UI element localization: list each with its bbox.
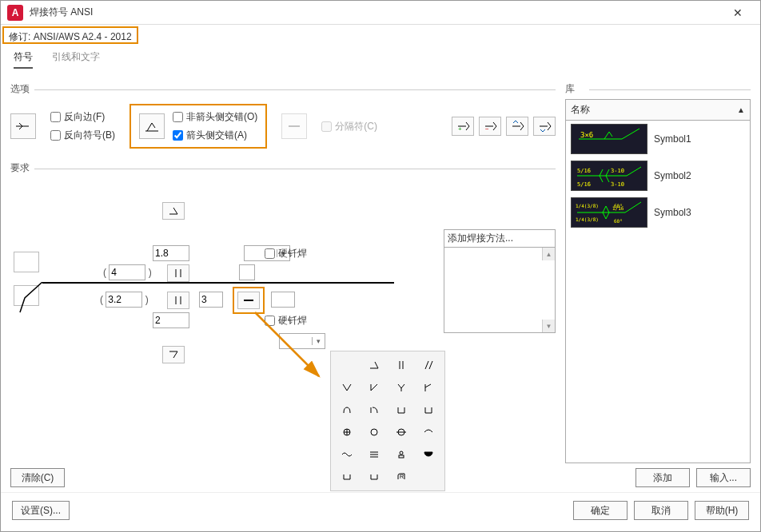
- sym-square[interactable]: [390, 401, 412, 419]
- close-icon[interactable]: ✕: [722, 1, 754, 25]
- window-title: 焊接符号 ANSI: [30, 6, 722, 19]
- sym-flare-v[interactable]: [336, 401, 358, 419]
- svg-line-26: [622, 129, 639, 139]
- leader-line: [18, 282, 42, 314]
- svg-rect-22: [399, 455, 404, 458]
- identification-icon[interactable]: [10, 113, 36, 139]
- svg-point-15: [371, 429, 377, 435]
- library-col-name: 名称: [571, 103, 590, 117]
- bottom-symbol-button[interactable]: [162, 346, 185, 363]
- svg-text:R: R: [400, 474, 404, 479]
- sym-double-slash[interactable]: [417, 356, 440, 374]
- clear-button[interactable]: 清除(C): [10, 468, 65, 487]
- svg-text:3-10: 3-10: [611, 181, 624, 188]
- library-item[interactable]: 3×6 Symbol1: [566, 121, 750, 157]
- svg-point-21: [400, 451, 403, 455]
- sym-square2[interactable]: [417, 401, 440, 419]
- value-bottom-input[interactable]: [153, 312, 189, 328]
- sym-v[interactable]: [336, 379, 358, 396]
- help-button[interactable]: 帮助(H): [695, 501, 749, 520]
- chk-braze-top[interactable]: 硬钎焊: [265, 247, 307, 260]
- library-header[interactable]: 名称 ▲: [565, 99, 751, 121]
- sym-flare-bevel[interactable]: [363, 401, 385, 419]
- revision-label: 修订: ANSI/AWS A2.4 - 2012: [2, 26, 138, 44]
- sym-parallel[interactable]: [390, 356, 412, 374]
- sym-back[interactable]: [390, 446, 412, 463]
- svg-text:5/16: 5/16: [577, 181, 591, 188]
- sym-seam[interactable]: [390, 423, 412, 441]
- tail-remove-button[interactable]: −: [479, 117, 501, 136]
- chk-stagger-arrow-box[interactable]: [173, 130, 183, 141]
- sym-edge-flange[interactable]: [336, 446, 358, 463]
- spacer-icon[interactable]: [281, 113, 307, 139]
- value-right-input[interactable]: [271, 292, 295, 308]
- ok-button[interactable]: 确定: [573, 501, 628, 520]
- chk-flip-symbol[interactable]: 反向符号(B): [50, 129, 115, 142]
- chk-braze-bottom-box[interactable]: [265, 316, 275, 326]
- tab-symbol[interactable]: 符号: [14, 50, 33, 69]
- library-item[interactable]: 5/165/163-103-10 Symbol2: [566, 157, 750, 194]
- chk-braze-bottom[interactable]: 硬钎焊: [265, 314, 307, 328]
- stagger-icon[interactable]: [139, 113, 165, 139]
- stagger-group-highlight: 非箭头侧交错(O) 箭头侧交错(A): [129, 104, 267, 149]
- sym-r-groove[interactable]: R: [390, 468, 412, 486]
- library-add-button[interactable]: 添加: [635, 468, 690, 487]
- combo-bottom[interactable]: ▾: [279, 333, 325, 349]
- titlebar: A 焊接符号 ANSI ✕: [1, 1, 760, 25]
- contour-button-highlighted[interactable]: [237, 292, 260, 309]
- sym-plug[interactable]: [336, 423, 358, 441]
- library-import-button[interactable]: 输入...: [696, 468, 751, 487]
- sym-stud[interactable]: [363, 446, 385, 463]
- top-symbol-button[interactable]: [162, 202, 185, 220]
- library-item[interactable]: 1/4(3/8)1/4(3/8)60°1/1660° Symbol3: [566, 194, 750, 231]
- sym-none[interactable]: [336, 356, 358, 374]
- chk-flip-side-box[interactable]: [50, 112, 61, 122]
- svg-line-11: [429, 361, 432, 369]
- chk-stagger-other-box[interactable]: [173, 112, 183, 122]
- library-thumb-3: 1/4(3/8)1/4(3/8)60°1/1660°: [571, 197, 647, 228]
- value-left2-input[interactable]: [106, 292, 142, 308]
- chk-flip-symbol-label: 反向符号(B): [64, 129, 115, 142]
- sym-half-y[interactable]: [417, 379, 440, 396]
- tab-leader-text[interactable]: 引线和文字: [52, 50, 100, 69]
- svg-text:3×6: 3×6: [580, 131, 593, 139]
- chk-spacer-label: 分隔符(C): [335, 120, 377, 133]
- scroll-down-icon[interactable]: ▼: [542, 320, 555, 332]
- chk-braze-top-label: 硬钎焊: [278, 247, 307, 260]
- sym-y[interactable]: [390, 379, 412, 396]
- cancel-button[interactable]: 取消: [634, 501, 688, 520]
- empty-slot-above[interactable]: [239, 264, 255, 280]
- settings-button[interactable]: 设置(S)...: [12, 501, 70, 520]
- value-top-input[interactable]: [153, 245, 189, 261]
- scroll-up-icon[interactable]: ▲: [542, 248, 555, 260]
- value-mid-input[interactable]: [199, 292, 223, 308]
- left-box-top[interactable]: [14, 252, 39, 272]
- sym-sq-groove2[interactable]: [363, 468, 385, 486]
- chk-flip-side[interactable]: 反向边(F): [50, 110, 115, 124]
- library-list[interactable]: 3×6 Symbol1 5/165/163-103-10 Symbol2 1/4…: [565, 121, 751, 463]
- value-left1-input[interactable]: [109, 264, 145, 280]
- process-listbox[interactable]: ▲ ▼: [444, 247, 556, 333]
- chk-stagger-arrow[interactable]: 箭头侧交错(A): [173, 129, 257, 142]
- stagger-btn-below[interactable]: [167, 292, 189, 309]
- sym-sq-groove[interactable]: [336, 468, 358, 486]
- chk-spacer-box: [321, 121, 332, 132]
- sym-spot[interactable]: [363, 423, 385, 441]
- stagger-btn-above[interactable]: [167, 264, 189, 282]
- add-process-button[interactable]: 添加焊接方法...: [444, 229, 556, 247]
- tail-up-button[interactable]: [506, 117, 528, 136]
- sym-blank-last[interactable]: [417, 468, 440, 486]
- sym-melt-through[interactable]: [417, 446, 440, 463]
- tail-add-button[interactable]: +: [452, 117, 474, 136]
- tail-down-button[interactable]: [533, 117, 556, 136]
- sym-half-v[interactable]: [363, 379, 385, 396]
- sym-surfacing[interactable]: [417, 423, 440, 441]
- sym-bevel[interactable]: [363, 356, 385, 374]
- chk-flip-symbol-box[interactable]: [50, 130, 61, 141]
- svg-text:3-10: 3-10: [611, 168, 624, 174]
- svg-text:−: −: [485, 125, 489, 133]
- footer: 设置(S)... 确定 取消 帮助(H): [1, 492, 760, 531]
- chk-stagger-other[interactable]: 非箭头侧交错(O): [173, 110, 257, 124]
- ident-line-icon: [14, 119, 32, 133]
- chk-braze-top-box[interactable]: [265, 248, 275, 259]
